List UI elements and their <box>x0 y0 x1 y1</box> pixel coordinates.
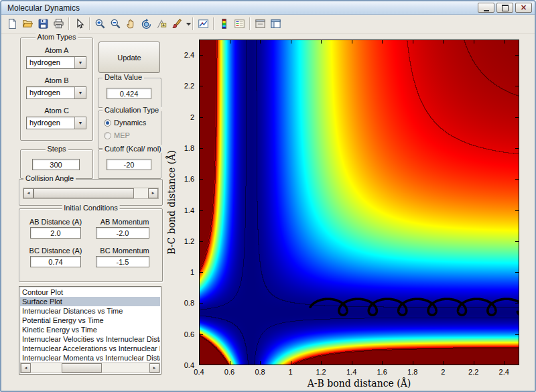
chevron-down-icon: ▼ <box>78 121 83 125</box>
atom-b-dropdown[interactable]: hydrogen ▼ <box>26 86 86 99</box>
zoom-in-icon <box>94 18 106 29</box>
x-tick-label: 0.4 <box>194 368 204 376</box>
list-item[interactable]: Internuclear Distances vs Time <box>20 306 160 316</box>
scrollbar-track[interactable] <box>31 363 149 373</box>
open-file-button[interactable] <box>20 16 36 31</box>
bc-distance-field[interactable] <box>30 256 81 267</box>
data-cursor-button[interactable] <box>154 16 170 31</box>
y-tick-label: 2 <box>190 113 194 121</box>
caption-buttons: × <box>478 3 532 13</box>
delta-value-field[interactable] <box>107 88 151 99</box>
list-item[interactable]: Kinetic Energy vs Time <box>20 325 160 334</box>
slider-thumb[interactable] <box>34 188 134 198</box>
radio-mep[interactable]: MEP <box>104 131 130 139</box>
x-axis-label: A-B bond distance (Å) <box>199 378 519 389</box>
close-icon: × <box>520 3 527 12</box>
radio-unselected-icon <box>104 132 111 139</box>
update-button[interactable]: Update <box>98 42 160 73</box>
titlebar[interactable]: Molecular Dynamics × <box>1 1 535 15</box>
print-figure-icon <box>53 18 64 29</box>
brush-menu-button[interactable] <box>182 16 190 31</box>
link-plot-button[interactable] <box>196 16 211 31</box>
zoom-in-button[interactable] <box>92 16 108 31</box>
initial-conditions-title: Initial Conditions <box>62 204 120 212</box>
insert-colorbar-button[interactable] <box>216 16 232 31</box>
delta-value-panel: Delta Value <box>98 78 161 108</box>
calculation-type-title: Calculation Type <box>103 106 161 114</box>
list-item[interactable]: Contour Plot <box>20 287 160 297</box>
ab-momentum-field[interactable] <box>96 227 149 239</box>
x-tick-label: 0.6 <box>224 368 234 376</box>
scrollbar-left-arrow[interactable]: ◄ <box>21 363 31 373</box>
pan-icon <box>125 18 137 29</box>
contour-plot-canvas[interactable] <box>199 40 519 365</box>
collision-angle-title: Collision Angle <box>23 174 76 182</box>
steps-field[interactable] <box>32 159 80 170</box>
y-tick-label: 1.4 <box>184 206 194 214</box>
collision-angle-panel: Collision Angle ◄ ► <box>19 179 163 206</box>
list-item[interactable]: Potential Energy vs Time <box>20 316 160 325</box>
atom-a-label: Atom A <box>21 46 92 54</box>
atom-c-dropdown-button[interactable]: ▼ <box>74 117 86 129</box>
data-cursor-icon <box>156 18 168 29</box>
y-tick-label: 0.6 <box>184 330 194 338</box>
list-item[interactable]: Surface Plot <box>20 297 160 306</box>
scrollbar-right-arrow[interactable]: ► <box>149 363 159 373</box>
chevron-down-icon: ▼ <box>78 90 83 95</box>
plot-area: A-B bond distance (Å) B-C bond distance … <box>199 40 519 365</box>
maximize-button[interactable] <box>496 3 513 13</box>
minimize-button[interactable] <box>478 3 494 13</box>
atom-a-dropdown[interactable]: hydrogen ▼ <box>26 56 86 69</box>
list-item[interactable]: Internuclear Momenta vs Internuclear Dis… <box>20 353 160 363</box>
collision-angle-slider[interactable]: ◄ ► <box>23 188 159 199</box>
atom-a-dropdown-button[interactable]: ▼ <box>74 57 86 68</box>
close-button[interactable]: × <box>515 3 532 13</box>
slider-left-arrow[interactable]: ◄ <box>23 188 34 198</box>
radio-dynamics-label: Dynamics <box>114 119 146 127</box>
scrollbar-thumb[interactable] <box>62 363 102 373</box>
cutoff-panel: Cutoff (Kcal/ mol) <box>98 149 161 179</box>
atom-b-value: hydrogen <box>27 87 74 99</box>
bc-momentum-field[interactable] <box>96 256 149 267</box>
show-plot-tools-icon <box>270 18 281 29</box>
plot-type-list: Contour PlotSurface PlotInternuclear Dis… <box>20 287 160 363</box>
ab-distance-field[interactable] <box>30 227 81 239</box>
open-file-icon <box>22 18 34 29</box>
y-tick-label: 0.4 <box>184 361 194 369</box>
x-tick-label: 2 <box>441 368 445 376</box>
plot-type-listbox: Contour PlotSurface PlotInternuclear Dis… <box>19 286 161 375</box>
list-item[interactable]: Internuclear Velocities vs Internuclear … <box>20 334 160 344</box>
cutoff-field[interactable] <box>107 159 151 170</box>
pan-button[interactable] <box>123 16 139 31</box>
edit-plot-button[interactable] <box>72 16 87 31</box>
rotate-3d-icon <box>141 18 152 29</box>
radio-dynamics[interactable]: Dynamics <box>104 119 146 127</box>
ab-momentum-label: AB Momentum <box>90 218 159 226</box>
toolbar-separator <box>249 17 251 30</box>
rotate-3d-button[interactable] <box>139 16 154 31</box>
print-figure-button[interactable] <box>51 16 66 31</box>
list-item[interactable]: Internuclear Accelerations vs Internucle… <box>20 344 160 353</box>
y-tick-label: 1 <box>190 268 194 276</box>
atom-b-dropdown-button[interactable]: ▼ <box>74 87 86 99</box>
cutoff-title: Cutoff (Kcal/ mol) <box>103 145 163 153</box>
hide-plot-tools-button[interactable] <box>253 16 268 31</box>
atom-c-value: hydrogen <box>27 117 74 129</box>
new-figure-button[interactable] <box>5 16 20 31</box>
insert-legend-icon <box>234 18 245 29</box>
insert-legend-button[interactable] <box>232 16 247 31</box>
atom-b-label: Atom B <box>21 76 92 84</box>
zoom-out-button[interactable] <box>108 16 123 31</box>
link-plot-icon <box>198 18 209 29</box>
slider-right-arrow[interactable]: ► <box>148 188 158 198</box>
show-plot-tools-button[interactable] <box>268 16 283 31</box>
toolbar-separator <box>68 17 70 30</box>
slider-track[interactable] <box>34 188 148 198</box>
x-tick-label: 1.4 <box>346 368 356 376</box>
atom-c-dropdown[interactable]: hydrogen ▼ <box>26 117 86 129</box>
hide-plot-tools-icon <box>255 18 266 29</box>
save-figure-button[interactable] <box>36 16 51 31</box>
list-horizontal-scrollbar[interactable]: ◄ ► <box>20 363 160 373</box>
bc-distance-label: BC Distance (A) <box>22 247 89 255</box>
maximize-icon <box>502 5 509 11</box>
